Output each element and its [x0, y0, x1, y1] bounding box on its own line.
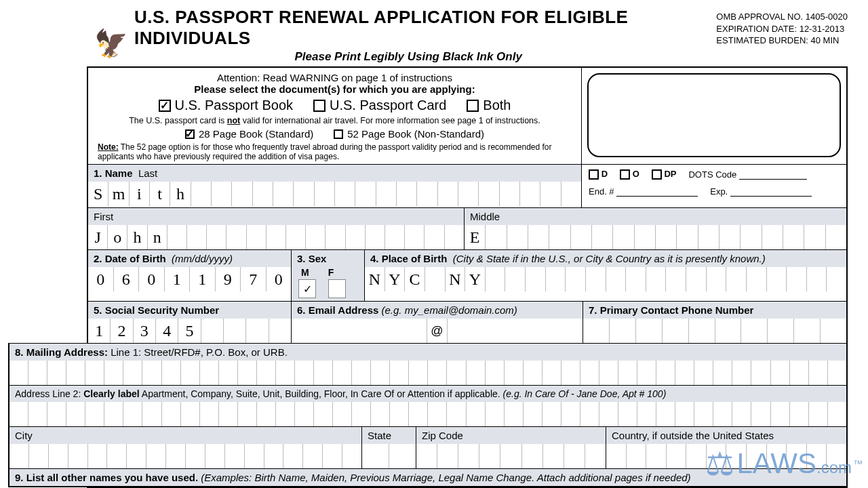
input-state[interactable]	[362, 444, 416, 468]
card-note: The U.S. passport card is not valid for …	[95, 116, 574, 125]
input-pob[interactable]: NYCNY	[365, 267, 846, 291]
photo-box	[587, 73, 841, 157]
checkbox-both[interactable]: Both	[467, 98, 511, 113]
input-mailing-line2[interactable]	[9, 402, 846, 426]
input-email[interactable]: @	[292, 319, 583, 343]
checkbox-passport-card[interactable]: U.S. Passport Card	[313, 98, 446, 113]
label-zip: Zip Code	[416, 426, 606, 444]
input-first-name[interactable]: John	[88, 225, 464, 249]
label-ssn: 5. Social Security Number	[88, 301, 291, 319]
input-phone[interactable]	[583, 319, 846, 343]
form-subtitle: Please Print Legibly Using Black Ink Onl…	[107, 50, 709, 64]
label-addr2: Address Line 2: Clearly label Apartment,…	[9, 385, 846, 402]
input-ssn[interactable]: 12345	[88, 319, 291, 343]
form-title: U.S. PASSPORT RENEWAL APPLICATION FOR EL…	[134, 7, 709, 49]
label-dob: 2. Date of Birth (mm/dd/yyyy)	[88, 249, 291, 267]
label-middle: Middle	[465, 207, 846, 225]
checkbox-28-page[interactable]: ✓28 Page Book (Standard)	[185, 128, 313, 140]
page-note: Note: The 52 page option is for those wh…	[95, 142, 574, 161]
checkbox-52-page[interactable]: 52 Page Book (Non-Standard)	[334, 128, 484, 140]
input-country[interactable]	[606, 444, 846, 468]
label-sex: 3. Sex	[292, 249, 364, 267]
label-email: 6. Email Address (e.g. my_email@domain.c…	[292, 301, 583, 319]
label-other-names: 9. List all other names you have used. (…	[9, 468, 846, 486]
checkbox-passport-book[interactable]: ✓U.S. Passport Book	[159, 98, 294, 113]
label-phone: 7. Primary Contact Phone Number	[583, 301, 846, 319]
input-middle-name[interactable]: E	[465, 225, 846, 249]
input-mailing-line1[interactable]	[9, 361, 846, 385]
label-mailing: 8. Mailing Address: Line 1: Street/RFD#,…	[9, 343, 846, 361]
official-use-block: D O DP DOTS Code End. # Exp.	[582, 164, 846, 207]
label-city: City	[9, 426, 361, 444]
attention-text: Attention: Read WARNING on page 1 of ins…	[95, 72, 574, 83]
select-prompt: Please select the document(s) for which …	[95, 83, 574, 95]
checkbox-sex-m[interactable]: ✓	[298, 279, 316, 298]
omb-block: OMB APPROVAL NO. 1405-0020 EXPIRATION DA…	[716, 7, 848, 47]
label-name-last: 1. Name Last	[88, 164, 581, 182]
label-first: First	[88, 207, 464, 225]
label-country: Country, if outside the United States	[606, 426, 846, 444]
input-dob[interactable]: 06011970	[88, 267, 291, 291]
input-city[interactable]	[9, 444, 361, 468]
us-seal-icon: 🦅	[87, 19, 136, 68]
input-zip[interactable]	[416, 444, 606, 468]
label-state: State	[362, 426, 416, 444]
input-last-name[interactable]: Smith	[88, 182, 581, 206]
label-pob: 4. Place of Birth (City & State if in th…	[365, 249, 846, 267]
checkbox-sex-f[interactable]	[328, 279, 346, 298]
